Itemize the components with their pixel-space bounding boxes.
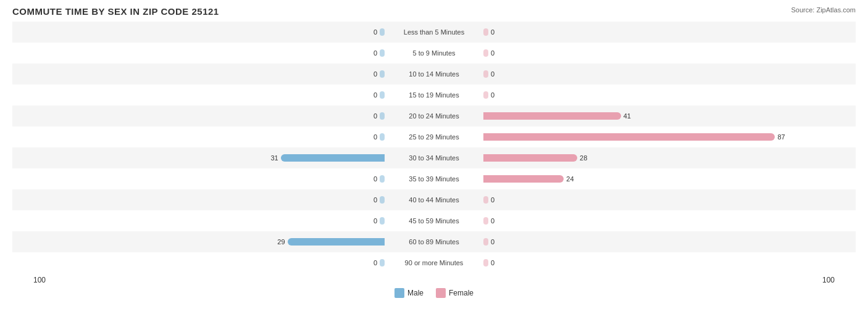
legend-female-box <box>436 288 446 298</box>
row-inner: 0 10 to 14 Minutes 0 <box>12 64 856 85</box>
male-bar <box>380 49 385 57</box>
left-bars: 0 <box>12 105 385 126</box>
female-value-label: 0 <box>488 259 495 266</box>
male-value-label: 31 <box>270 154 280 162</box>
left-bars: 0 <box>12 22 385 43</box>
female-value-label: 28 <box>577 154 587 162</box>
male-value-label: 0 <box>373 49 380 57</box>
chart-row: 0 5 to 9 Minutes 0 <box>12 43 856 64</box>
chart-row: 0 35 to 39 Minutes 24 <box>12 168 856 189</box>
female-value-label: 0 <box>488 196 495 204</box>
right-bars: 0 <box>483 189 856 210</box>
legend-male: Male <box>394 288 424 298</box>
male-bar <box>380 196 385 204</box>
left-bars: 0 <box>12 126 385 147</box>
female-bar <box>483 70 488 78</box>
male-bar <box>380 217 385 225</box>
female-bar <box>483 91 488 99</box>
chart-row: 0 20 to 24 Minutes 41 <box>12 105 856 126</box>
axis-left-label: 100 <box>12 276 49 284</box>
row-inner: 0 Less than 5 Minutes 0 <box>12 22 856 43</box>
chart-row: 0 Less than 5 Minutes 0 <box>12 22 856 43</box>
chart-row: 29 60 to 89 Minutes 0 <box>12 231 856 252</box>
male-bar <box>380 259 385 266</box>
row-inner: 0 45 to 59 Minutes 0 <box>12 210 856 231</box>
chart-container: COMMUTE TIME BY SEX IN ZIP CODE 25121 So… <box>0 0 868 322</box>
female-bar <box>483 133 775 141</box>
female-value-label: 0 <box>488 28 495 36</box>
right-bars: 0 <box>483 252 856 273</box>
female-bar <box>483 238 488 246</box>
chart-row: 0 40 to 44 Minutes 0 <box>12 189 856 210</box>
female-bar <box>483 112 621 120</box>
female-bar <box>483 259 488 266</box>
female-value-label: 41 <box>621 112 631 120</box>
row-label: 5 to 9 Minutes <box>385 49 483 57</box>
row-inner: 31 30 to 34 Minutes 28 <box>12 147 856 168</box>
male-bar <box>380 91 385 99</box>
right-bars: 24 <box>483 168 856 189</box>
source-label: Source: ZipAtlas.com <box>791 6 856 14</box>
left-bars: 0 <box>12 43 385 64</box>
male-value-label: 0 <box>373 133 380 141</box>
male-bar <box>380 70 385 78</box>
right-bars: 0 <box>483 231 856 252</box>
right-bars: 41 <box>483 105 856 126</box>
male-value-label: 0 <box>373 28 380 36</box>
row-inner: 29 60 to 89 Minutes 0 <box>12 231 856 252</box>
female-value-label: 0 <box>488 217 495 225</box>
female-bar <box>483 49 488 57</box>
chart-row: 0 90 or more Minutes 0 <box>12 252 856 273</box>
male-value-label: 0 <box>373 91 380 99</box>
male-value-label: 0 <box>373 196 380 204</box>
female-value-label: 24 <box>564 175 574 183</box>
row-label: 30 to 34 Minutes <box>385 154 483 162</box>
male-bar <box>380 175 385 183</box>
male-bar <box>380 112 385 120</box>
male-value-label: 0 <box>373 259 380 266</box>
row-label: 45 to 59 Minutes <box>385 217 483 225</box>
male-value-label: 0 <box>373 217 380 225</box>
left-bars: 0 <box>12 210 385 231</box>
female-value-label: 87 <box>775 133 785 141</box>
left-bars: 0 <box>12 85 385 105</box>
row-inner: 0 15 to 19 Minutes 0 <box>12 85 856 105</box>
right-bars: 28 <box>483 147 856 168</box>
row-label: 35 to 39 Minutes <box>385 175 483 183</box>
female-bar <box>483 28 488 36</box>
row-label: 20 to 24 Minutes <box>385 112 483 120</box>
left-bars: 0 <box>12 168 385 189</box>
male-value-label: 0 <box>373 175 380 183</box>
row-label: Less than 5 Minutes <box>385 28 483 36</box>
row-label: 40 to 44 Minutes <box>385 196 483 204</box>
chart-row: 0 25 to 29 Minutes 87 <box>12 126 856 147</box>
row-inner: 0 5 to 9 Minutes 0 <box>12 43 856 64</box>
row-label: 10 to 14 Minutes <box>385 70 483 78</box>
female-value-label: 0 <box>488 70 495 78</box>
row-label: 90 or more Minutes <box>385 259 483 266</box>
female-value-label: 0 <box>488 49 495 57</box>
male-value-label: 29 <box>277 238 287 246</box>
female-bar <box>483 196 488 204</box>
legend: Male Female <box>12 288 856 298</box>
legend-female-label: Female <box>449 289 474 297</box>
right-bars: 87 <box>483 126 856 147</box>
chart-area: 0 Less than 5 Minutes 0 0 5 to 9 Minutes… <box>12 22 856 273</box>
axis-row: 100 100 <box>12 276 856 284</box>
right-bars: 0 <box>483 64 856 85</box>
male-bar <box>380 28 385 36</box>
chart-row: 0 15 to 19 Minutes 0 <box>12 85 856 105</box>
chart-row: 0 45 to 59 Minutes 0 <box>12 210 856 231</box>
right-bars: 0 <box>483 22 856 43</box>
left-bars: 0 <box>12 189 385 210</box>
male-bar <box>281 154 385 162</box>
chart-row: 0 10 to 14 Minutes 0 <box>12 64 856 85</box>
row-inner: 0 25 to 29 Minutes 87 <box>12 126 856 147</box>
male-bar <box>380 133 385 141</box>
legend-male-label: Male <box>407 289 424 297</box>
left-bars: 29 <box>12 231 385 252</box>
row-label: 60 to 89 Minutes <box>385 238 483 246</box>
axis-right-label: 100 <box>819 276 856 284</box>
row-label: 25 to 29 Minutes <box>385 133 483 141</box>
legend-female: Female <box>436 288 474 298</box>
